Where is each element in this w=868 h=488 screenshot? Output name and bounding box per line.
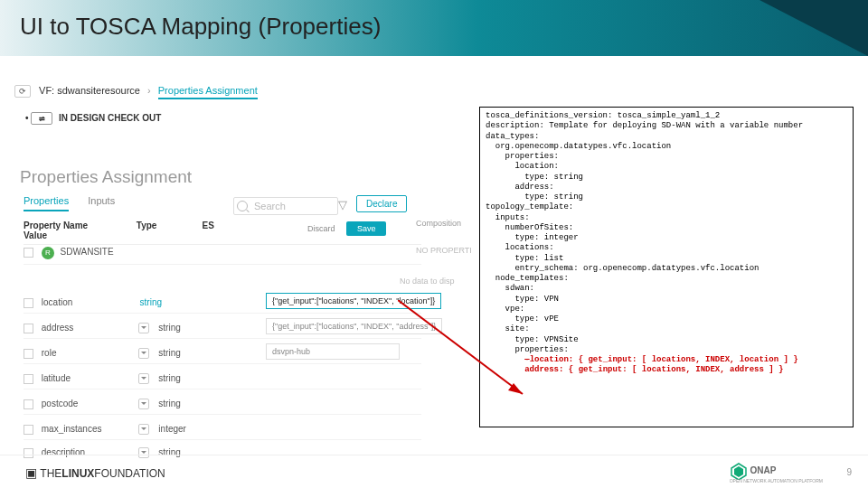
yaml-line: type: string [486,192,583,202]
yaml-line: vpe: [486,305,524,314]
checkbox[interactable] [24,248,33,258]
value-location[interactable]: {"get_input":["locations", "INDEX", "loc… [266,293,441,309]
breadcrumb-vf-label: VF: [39,85,54,96]
row-name: SDWANSITE [61,247,114,257]
tab-properties[interactable]: Properties [24,195,69,211]
chevron-down-icon[interactable] [138,399,149,409]
col-type: Type [137,221,200,230]
row-type: integer [158,424,186,434]
breadcrumb-chip: ⟳ [14,85,31,98]
header-slant [760,0,868,56]
table-row[interactable]: R SDWANSITE [24,242,421,265]
table-row[interactable]: max_instances integer [24,419,421,440]
checkbox[interactable] [24,349,33,359]
yaml-line: site: [486,324,530,333]
linux-foundation-logo: ▣ THELINUXFOUNDATION [25,465,165,480]
yaml-line: address: [486,183,554,192]
yaml-line: description: Template for deploying SD-W… [486,121,803,130]
svg-marker-3 [734,466,743,477]
onap-logo: ONAP OPEN NETWORK AUTOMATION PLATFORM [730,462,823,483]
checkbox[interactable] [24,298,33,308]
yaml-line: numberOfSites: [486,223,573,232]
chevron-right-icon: › [147,85,151,96]
value-address[interactable]: {"get_input":["locations", "INDEX", "add… [266,318,442,334]
onap-text: ONAP [750,465,776,475]
row-name: address [42,323,137,333]
yaml-line: type: string [486,173,583,182]
yaml-line: org.openecomp.datatypes.vfc.location [486,142,671,151]
yaml-line: properties: [486,152,559,161]
row-type: string [158,373,180,383]
yaml-line: locations: [486,243,554,252]
breadcrumb-active[interactable]: Properties Assignment [158,85,258,99]
filter-icon[interactable]: ▽ [338,198,347,211]
resource-badge: R [42,247,54,259]
yaml-highlight: location: { get_input: [ locations, INDE… [530,355,798,364]
yaml-line: sdwan: [486,284,534,293]
checkout-icon: ⇌ [31,112,52,125]
breadcrumb-vf-value[interactable]: sdwansiteresource [57,85,140,96]
row-type: string [158,399,180,408]
row-name: postcode [42,399,137,408]
footer: ▣ THELINUXFOUNDATION ONAP OPEN NETWORK A… [0,455,868,488]
row-name: latitude [42,373,137,383]
row-type: string [140,297,162,307]
col-es: ES [203,221,239,230]
yaml-line: location: [486,162,559,171]
chevron-down-icon[interactable] [138,348,149,359]
table-row[interactable]: latitude string [24,369,421,389]
checkbox[interactable] [24,425,33,435]
yaml-highlight: address: { get_input: [ locations, INDEX… [524,365,783,374]
table-buttons: Discard Save [307,219,386,235]
table-row[interactable]: postcode string [24,394,421,415]
status-badge: • ⇌ IN DESIGN CHECK OUT [25,112,161,125]
row-name: max_instances [42,424,137,434]
page-number: 9 [846,467,852,477]
onap-tagline: OPEN NETWORK AUTOMATION PLATFORM [730,478,823,483]
chevron-down-icon[interactable] [138,373,149,384]
checkout-label: IN DESIGN CHECK OUT [59,113,161,123]
col-name: Property Name [24,221,134,230]
yaml-code-panel: tosca_definitions_version: tosca_simple_… [479,107,854,427]
box-icon: ▣ [25,465,37,480]
yaml-line: node_templates: [486,274,569,283]
yaml-line: type: list [486,254,563,263]
yaml-line: topology_template: [486,202,573,211]
yaml-line [486,365,524,374]
checkbox[interactable] [24,374,33,384]
row-name: role [42,348,137,358]
row-name: location [42,297,137,307]
no-data-text: No data to disp [400,277,455,286]
yaml-line: inputs: [486,213,530,222]
no-properties-text: NO PROPERTI [416,246,472,255]
slide-title: UI to TOSCA Mapping (Properties) [20,13,381,41]
save-button[interactable]: Save [346,221,387,236]
yaml-line: entry_schema: org.openecomp.datatypes.vf… [486,264,759,273]
tab-inputs[interactable]: Inputs [88,195,115,210]
col-value: Value [24,230,204,240]
yaml-line: properties: [486,345,569,354]
yaml-line: type: integer [486,233,579,242]
search-input[interactable]: Search [233,197,338,215]
tabs: Properties Inputs [24,195,131,211]
discard-button[interactable]: Discard [307,224,335,233]
panel-heading: Properties Assignment [20,167,192,187]
yaml-line [486,355,524,364]
value-role[interactable]: dsvpn-hub [266,343,400,360]
chevron-down-icon[interactable] [138,323,149,333]
onap-icon [730,462,748,480]
yaml-line: tosca_definitions_version: tosca_simple_… [486,111,720,120]
yaml-line: type: vPE [486,314,559,324]
checkbox[interactable] [24,324,33,333]
row-type: string [158,348,180,358]
checkbox[interactable] [24,399,33,409]
yaml-line: type: VPNSite [486,335,579,344]
yaml-line: data_types: [486,132,539,141]
declare-button[interactable]: Declare [356,195,407,212]
row-type: string [158,323,180,333]
breadcrumb: ⟳ VF: sdwansiteresource › Properties Ass… [20,85,258,98]
header-bar: UI to TOSCA Mapping (Properties) [0,0,868,56]
composition-label: Composition [416,219,461,228]
bullet: • [25,113,29,123]
chevron-down-icon[interactable] [138,424,149,435]
